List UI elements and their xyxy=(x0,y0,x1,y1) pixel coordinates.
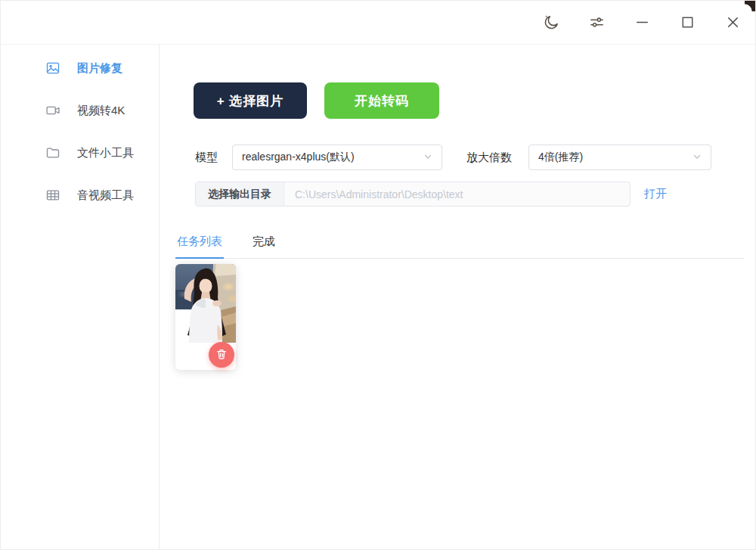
sidebar-item-av-tools[interactable]: 音视频工具 xyxy=(1,180,159,210)
scale-select-value: 4倍(推荐) xyxy=(538,151,583,164)
model-select[interactable]: realesrgan-x4plus(默认) xyxy=(232,144,442,170)
window-corner-artifact xyxy=(745,1,755,11)
model-select-value: realesrgan-x4plus(默认) xyxy=(242,151,355,164)
output-path-field[interactable]: C:\Users\Administrator\Desktop\text xyxy=(284,182,630,206)
trash-icon xyxy=(215,348,228,362)
sidebar-item-label: 音视频工具 xyxy=(77,188,134,203)
chevron-down-icon xyxy=(692,151,702,163)
open-output-dir-link[interactable]: 打开 xyxy=(644,187,667,201)
delete-task-button[interactable] xyxy=(209,342,234,368)
main-panel: + 选择图片 开始转码 模型 realesrgan-x4plus(默认) 放大倍… xyxy=(160,45,755,549)
image-icon xyxy=(45,61,60,76)
folder-icon xyxy=(45,145,60,160)
minimize-button[interactable] xyxy=(633,14,651,32)
sidebar-item-label: 图片修复 xyxy=(77,61,122,76)
chevron-down-icon xyxy=(423,151,432,163)
tab-task-list[interactable]: 任务列表 xyxy=(175,232,224,259)
settings-button[interactable] xyxy=(587,14,606,32)
sidebar-item-image-restore[interactable]: 图片修复 xyxy=(1,53,159,83)
titlebar xyxy=(1,1,755,45)
scale-label: 放大倍数 xyxy=(466,151,512,165)
grid-icon xyxy=(45,188,60,203)
sidebar-item-label: 文件小工具 xyxy=(77,146,134,160)
video-camera-icon xyxy=(45,103,60,118)
moon-icon xyxy=(543,14,560,31)
select-images-button[interactable]: + 选择图片 xyxy=(194,82,307,119)
sliders-icon xyxy=(588,14,606,31)
minimize-icon xyxy=(634,14,651,31)
choose-output-dir-button[interactable]: 选择输出目录 xyxy=(196,182,284,206)
sidebar-item-video-4k[interactable]: 视频转4K xyxy=(1,95,159,126)
close-icon xyxy=(724,14,742,31)
maximize-button[interactable] xyxy=(678,14,696,32)
start-transcode-button[interactable]: 开始转码 xyxy=(324,82,439,119)
sidebar-item-label: 视频转4K xyxy=(77,104,125,118)
maximize-icon xyxy=(679,14,696,31)
task-thumbnail-image xyxy=(175,264,236,343)
output-dir-group: 选择输出目录 C:\Users\Administrator\Desktop\te… xyxy=(195,182,631,207)
tab-completed[interactable]: 完成 xyxy=(251,232,277,259)
task-card xyxy=(175,264,236,370)
sidebar-item-file-tools[interactable]: 文件小工具 xyxy=(1,138,159,168)
app-window: 图片修复 视频转4K 文件小工具 xyxy=(0,0,756,550)
close-button[interactable] xyxy=(723,14,742,32)
sidebar: 图片修复 视频转4K 文件小工具 xyxy=(1,45,160,549)
model-label: 模型 xyxy=(195,151,218,165)
scale-select[interactable]: 4倍(推荐) xyxy=(528,144,711,170)
task-tabs: 任务列表 完成 xyxy=(175,231,744,259)
theme-toggle-button[interactable] xyxy=(542,14,560,32)
